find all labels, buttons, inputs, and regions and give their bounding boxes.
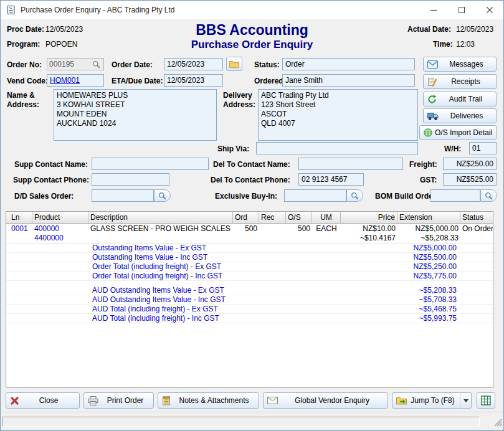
line-price-nzd: NZ$10.00: [343, 224, 396, 234]
jump-to-button-label: Jump To (F8): [408, 396, 457, 405]
global-vendor-enquiry-button-label: Global Vendor Enquiry: [279, 396, 385, 405]
order-date-field[interactable]: 12/05/2023: [164, 58, 223, 70]
line-number: 0001: [6, 224, 32, 243]
chevron-down-icon: [464, 399, 468, 402]
dd-sales-order-field[interactable]: [92, 189, 154, 202]
total-label: Outstanding Items Value - Ex GST: [88, 244, 366, 252]
excel-export-button[interactable]: [477, 392, 495, 409]
messages-button-label: Messages: [439, 60, 493, 69]
deliveries-icon: [427, 112, 439, 120]
jump-to-dropdown-button[interactable]: [460, 392, 472, 409]
vend-code-link[interactable]: HOM001: [50, 76, 80, 85]
column-header-product: Product: [32, 212, 88, 223]
freight-field[interactable]: NZ$250.00: [443, 158, 497, 170]
name-address-box[interactable]: HOMEWARES PLUS 3 KOWHAI STREET MOUNT EDE…: [54, 89, 217, 141]
status-label: Status:: [254, 60, 280, 70]
minimize-button[interactable]: [419, 1, 447, 19]
table-row[interactable]: 0001 400000 4400000 GLASS SCREEN - PRO W…: [6, 224, 493, 244]
product-code-1: 400000: [34, 224, 87, 234]
supp-contact-name-field[interactable]: [92, 158, 209, 170]
receipts-button[interactable]: Receipts: [423, 74, 497, 89]
exclusive-buy-in-field[interactable]: [284, 189, 346, 202]
print-order-button[interactable]: Print Order: [83, 392, 154, 409]
product-codes: 400000 4400000: [32, 224, 88, 243]
window-title: Purchase Order Enquiry - ABC Trading Pty…: [21, 6, 174, 14]
vend-code-field[interactable]: HOM001: [47, 74, 104, 87]
bom-build-order-field[interactable]: [430, 189, 480, 202]
supp-contact-name-label: Supp Contact Name:: [14, 160, 88, 169]
order-no-search-icon[interactable]: [92, 60, 100, 69]
bom-build-order-label: BOM Build Order:: [375, 192, 438, 201]
os-import-detail-button[interactable]: O/S Import Detail: [419, 125, 497, 140]
global-vendor-enquiry-button[interactable]: Global Vendor Enquiry: [263, 392, 388, 409]
close-button[interactable]: Close: [6, 392, 80, 409]
name-address-label: Name & Address:: [7, 91, 39, 110]
total-row: Outstanding Items Value - Inc GST NZ$5,5…: [6, 253, 493, 262]
bom-build-order-search-button[interactable]: [480, 189, 497, 202]
column-header-description: Description: [88, 212, 233, 223]
del-to-contact-phone-label: Del To Contact Phone:: [211, 176, 290, 185]
product-code-2: 4400000: [34, 234, 87, 243]
resize-grip[interactable]: [494, 418, 502, 429]
window-close-button[interactable]: [475, 1, 503, 19]
gst-label: GST:: [420, 176, 437, 185]
status-field[interactable]: Order: [282, 58, 415, 70]
del-to-contact-name-field[interactable]: [298, 158, 403, 170]
column-header-os: O/S: [286, 212, 312, 223]
printer-icon: [88, 396, 98, 405]
window-close-icon: [487, 7, 493, 13]
total-label: AUD Outstanding Items Value - Inc GST: [88, 295, 366, 304]
line-outstanding-qty: 500: [286, 224, 312, 243]
vend-code-label: Vend Code:: [7, 77, 48, 86]
exclusive-buy-in-label: Exclusive Buy-In:: [215, 192, 277, 201]
ordered-by-field[interactable]: Jane Smith: [282, 74, 415, 87]
total-value: NZ$5,250.00: [366, 262, 459, 271]
deliveries-button-label: Deliveries: [440, 111, 493, 120]
ship-via-field[interactable]: [256, 142, 418, 154]
total-value: NZ$5,000.00: [366, 244, 459, 252]
eta-due-date-label: ETA/Due Date:: [112, 77, 163, 86]
deliveries-button[interactable]: Deliveries: [423, 108, 497, 123]
total-value: NZ$5,500.00: [366, 253, 459, 262]
dd-sales-order-search-button[interactable]: [154, 189, 171, 202]
column-header-ln: Ln: [6, 212, 32, 223]
total-row: AUD Outstanding Items Value - Inc GST ~$…: [6, 295, 493, 305]
app-title: BBS Accounting: [196, 22, 308, 39]
search-icon: [158, 192, 166, 200]
exclusive-buy-in-search-button[interactable]: [346, 189, 363, 202]
warehouse-field[interactable]: 01: [469, 142, 497, 154]
order-no-field[interactable]: 000195: [47, 58, 104, 70]
total-value: ~$5,708.33: [366, 295, 459, 304]
delivery-address-label: Delivery Address:: [223, 91, 255, 110]
total-label: AUD Total (including freight) - Ex GST: [88, 305, 366, 313]
total-row: Order Total (including freight) - Inc GS…: [6, 272, 493, 281]
eta-due-date-field[interactable]: 12/05/2023: [164, 74, 223, 87]
minimize-icon: [430, 7, 437, 13]
line-table-body: 0001 400000 4400000 GLASS SCREEN - PRO W…: [6, 224, 493, 388]
audit-trail-button[interactable]: Audit Trail: [423, 92, 497, 107]
search-icon: [351, 192, 359, 200]
notes-attachments-button[interactable]: Notes & Attachments: [158, 392, 259, 409]
status-bar-panel: [2, 417, 480, 427]
titlebar[interactable]: Purchase Order Enquiry - ABC Trading Pty…: [1, 1, 503, 19]
warehouse-label: W/H:: [444, 144, 461, 154]
order-date-folder-button[interactable]: [226, 57, 242, 71]
close-red-icon: [10, 396, 19, 405]
total-value: ~$5,468.75: [366, 305, 459, 313]
excel-grid-icon: [481, 395, 491, 405]
supp-contact-phone-field[interactable]: [92, 173, 169, 186]
total-row: Outstanding Items Value - Ex GST NZ$5,00…: [6, 244, 493, 253]
search-icon: [485, 192, 493, 200]
messages-button[interactable]: Messages: [423, 57, 497, 72]
del-to-contact-phone-field[interactable]: 02 9123 4567: [298, 173, 364, 186]
jump-to-button[interactable]: Jump To (F8): [392, 392, 460, 409]
maximize-button[interactable]: [447, 1, 475, 19]
actual-date-value: 12/05/2023: [456, 25, 493, 34]
time-label: Time:: [433, 40, 453, 49]
notes-icon: [162, 396, 171, 405]
delivery-address-box[interactable]: ABC Trading Pty Ltd 123 Short Street ASC…: [258, 89, 418, 141]
gst-field[interactable]: NZ$525.00: [443, 173, 497, 186]
column-header-extension: Extension: [397, 212, 460, 223]
messages-icon: [427, 60, 438, 69]
column-header-price: Price: [341, 212, 397, 223]
